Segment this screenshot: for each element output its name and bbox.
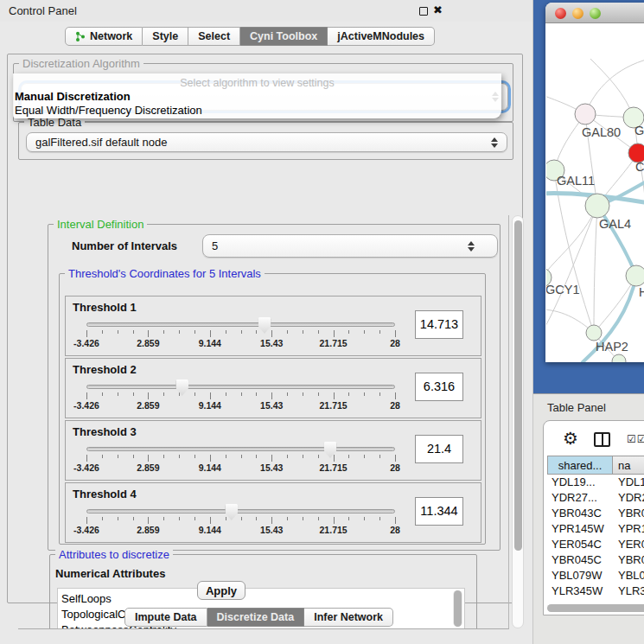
split-columns-icon[interactable] — [594, 432, 610, 447]
network-view-window: GAL80GCGAL11GAL4GCY1HHAP2 — [545, 3, 644, 362]
table-data-selected-value: galFiltered.sif default node — [35, 136, 167, 149]
table-row[interactable]: YER054CYER0 — [547, 537, 644, 552]
float-window-icon[interactable] — [419, 7, 428, 16]
bottom-tab-bar: Impute DataDiscretize DataInfer Network — [124, 608, 393, 627]
threshold-value-field[interactable]: 14.713 — [415, 310, 463, 339]
column-checkboxes-icon[interactable]: ☑☑ — [627, 433, 644, 445]
shared-name-cell[interactable]: YDR27... — [547, 490, 613, 506]
scrollbar-thumb[interactable] — [514, 220, 522, 551]
attributes-group-title: Attributes to discretize — [55, 548, 173, 561]
network-edge[interactable] — [594, 206, 597, 333]
shared-name-cell[interactable]: YLR345W — [547, 583, 613, 599]
tab-infer-network[interactable]: Infer Network — [304, 608, 393, 627]
name-cell[interactable]: YLR3 — [613, 583, 644, 599]
node-h[interactable] — [626, 265, 644, 286]
shared-name-cell[interactable]: YPR145W — [547, 521, 613, 537]
tab-discretize-data[interactable]: Discretize Data — [207, 608, 305, 627]
table-row[interactable]: YBL079WYBL0 — [547, 568, 644, 583]
table-panel: Table Panel ⚙ ☑☑ shared... na YDL19...YD… — [533, 393, 644, 644]
threshold-panel: Threshold 2-3.4262.8599.14415.4321.71528… — [65, 358, 481, 418]
threshold-value-field[interactable]: 11.344 — [415, 497, 463, 526]
network-graph[interactable]: GAL80GCGAL11GAL4GCY1HHAP2 — [546, 24, 644, 362]
network-window-titlebar[interactable] — [545, 3, 644, 23]
shared-name-cell[interactable]: YIL052C — [547, 599, 613, 603]
name-cell[interactable]: YDR2 — [613, 490, 644, 506]
minimize-traffic-light-icon[interactable] — [572, 8, 583, 19]
threshold-value-field[interactable]: 21.4 — [415, 435, 463, 463]
node-gal4[interactable] — [585, 194, 609, 218]
name-cell[interactable]: YBR0 — [613, 506, 644, 521]
tab-label: Style — [152, 30, 178, 42]
table-horizontal-scrollbar[interactable] — [547, 604, 644, 612]
discretization-algorithm-group-title: Discretization Algorithm — [19, 57, 143, 70]
shared-name-cell[interactable]: YBR045C — [547, 552, 613, 568]
name-cell[interactable]: YBR0 — [613, 552, 644, 568]
network-edge[interactable] — [546, 206, 597, 277]
threshold-value-field[interactable]: 6.316 — [415, 373, 463, 401]
slider-tick-labels: -3.4262.8599.14415.4321.71528 — [86, 400, 395, 411]
screenshot-root: Control Panel ✖ NetworkStyleSelectCyni T… — [0, 0, 644, 644]
table-row[interactable]: YIL052CYIL0 — [547, 599, 644, 603]
tab-select[interactable]: Select — [188, 27, 240, 46]
attribute-list-item[interactable]: SelfLoops — [61, 591, 464, 607]
tab-impute-data[interactable]: Impute Data — [124, 608, 207, 627]
threshold-slider[interactable]: -3.4262.8599.14415.4321.71528 — [86, 507, 395, 537]
slider-track[interactable] — [86, 509, 395, 513]
apply-button[interactable]: Apply — [197, 581, 245, 600]
table-data-combobox[interactable]: galFiltered.sif default node — [26, 132, 507, 152]
settings-vertical-scrollbar[interactable] — [512, 215, 524, 628]
threshold-label: Threshold 3 — [73, 425, 137, 438]
shared-name-cell[interactable]: YBL079W — [547, 568, 613, 583]
name-cell[interactable]: YIL0 — [613, 599, 644, 603]
tab-cyni-toolbox[interactable]: Cyni Toolbox — [240, 27, 328, 46]
name-cell[interactable]: YPR1 — [613, 521, 644, 537]
close-traffic-light-icon[interactable] — [555, 8, 566, 19]
table-row[interactable]: YDL19...YDL1 — [547, 475, 644, 490]
threshold-slider[interactable]: -3.4262.8599.14415.4321.71528 — [86, 383, 395, 412]
interval-definition-group-title: Interval Definition — [54, 218, 147, 231]
settings-scroll-viewport: Interval Definition Number of Intervals … — [18, 215, 509, 629]
number-of-intervals-combobox[interactable]: 5 — [202, 234, 498, 258]
table-row[interactable]: YPR145WYPR1 — [547, 521, 644, 537]
table-row[interactable]: YDR27...YDR2 — [547, 490, 644, 506]
dropdown-item-manual[interactable]: Manual Discretization — [13, 90, 501, 104]
gear-icon[interactable]: ⚙ — [563, 430, 578, 447]
tick-label: 2.859 — [137, 462, 159, 473]
name-cell[interactable]: YBL0 — [613, 568, 644, 583]
dropdown-item-equal-width[interactable]: Equal Width/Frequency Discretization — [13, 104, 501, 118]
table-row[interactable]: YLR345WYLR3 — [547, 583, 644, 599]
slider-track[interactable] — [86, 447, 395, 451]
tab-label: Impute Data — [135, 611, 197, 623]
network-edge[interactable] — [585, 59, 644, 114]
column-header-name[interactable]: na — [613, 456, 644, 475]
scrollbar-thumb[interactable] — [547, 604, 644, 612]
table-row[interactable]: YBR043CYBR0 — [547, 506, 644, 521]
close-icon[interactable]: ✖ — [433, 3, 443, 16]
zoom-traffic-light-icon[interactable] — [590, 8, 601, 19]
table-row[interactable]: YBR045CYBR0 — [547, 552, 644, 568]
shared-name-cell[interactable]: YER054C — [547, 537, 613, 552]
network-canvas[interactable]: GAL80GCGAL11GAL4GCY1HHAP2 — [546, 24, 644, 362]
node-label: HAP2 — [596, 340, 628, 354]
tick-label: 28 — [390, 338, 400, 348]
attributes-list-scrollbar[interactable] — [453, 590, 462, 627]
threshold-slider[interactable]: -3.4262.8599.14415.4321.71528 — [86, 445, 395, 475]
tab-network[interactable]: Network — [65, 27, 143, 46]
network-edge[interactable] — [546, 206, 597, 335]
node-label: G — [634, 124, 644, 137]
shared-name-cell[interactable]: YDL19... — [547, 475, 613, 490]
threshold-slider[interactable]: -3.4262.8599.14415.4321.71528 — [86, 321, 395, 350]
name-cell[interactable]: YER0 — [613, 537, 644, 552]
node-hap2[interactable] — [586, 325, 602, 341]
tick-label: 2.859 — [137, 525, 159, 535]
tick-label: 9.144 — [199, 525, 221, 535]
node-gal80[interactable] — [575, 104, 596, 124]
column-header-shared-name[interactable]: shared... — [547, 456, 613, 475]
tab-jactivemnodules[interactable]: jActiveMNodules — [328, 27, 435, 46]
shared-name-cell[interactable]: YBR043C — [547, 506, 613, 521]
slider-track[interactable] — [86, 385, 395, 389]
slider-track[interactable] — [86, 322, 395, 327]
node-label: GAL4 — [599, 217, 631, 231]
tab-style[interactable]: Style — [143, 27, 188, 46]
name-cell[interactable]: YDL1 — [613, 475, 644, 490]
